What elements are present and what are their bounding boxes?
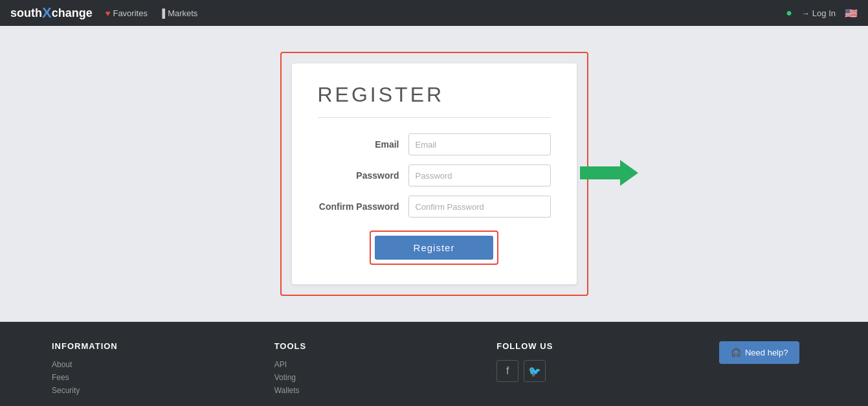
main-content: REGISTER Email Password Confirm Password <box>0 26 868 322</box>
bar-chart-icon: ▐ <box>159 8 165 18</box>
status-icon: ● <box>786 7 792 19</box>
email-label: Email <box>318 139 408 150</box>
fees-link[interactable]: Fees <box>52 373 149 382</box>
footer-tools: TOOLS API Voting Wallets <box>274 341 372 399</box>
nav-right: ● → Log In 🇺🇸 <box>786 7 858 19</box>
facebook-link[interactable]: f <box>496 360 518 382</box>
password-group: Password <box>318 164 551 186</box>
need-help-label: Need help? <box>745 348 788 357</box>
password-label: Password <box>318 170 408 181</box>
confirm-password-label: Confirm Password <box>318 201 408 212</box>
footer: INFORMATION About Fees Security TOOLS AP… <box>0 322 868 406</box>
email-group: Email <box>318 133 551 155</box>
tools-heading: TOOLS <box>274 341 372 351</box>
voting-link[interactable]: Voting <box>274 373 372 382</box>
need-help-button[interactable]: 🎧 Need help? <box>719 341 800 364</box>
register-card: REGISTER Email Password Confirm Password <box>292 63 577 284</box>
confirm-password-input[interactable] <box>408 196 551 218</box>
footer-content: INFORMATION About Fees Security TOOLS AP… <box>52 341 816 399</box>
facebook-icon: f <box>506 365 509 377</box>
footer-follow: FOLLOW US f 🐦 <box>496 341 594 382</box>
footer-information: INFORMATION About Fees Security <box>52 341 149 399</box>
about-link[interactable]: About <box>52 360 149 369</box>
heart-icon: ♥ <box>106 8 111 18</box>
svg-marker-0 <box>580 160 638 186</box>
btn-highlight-box: Register <box>370 231 499 265</box>
follow-us-heading: FOLLOW US <box>496 341 594 351</box>
login-link[interactable]: → Log In <box>801 8 836 18</box>
markets-label: Markets <box>168 8 197 18</box>
password-input[interactable] <box>408 164 551 186</box>
twitter-icon: 🐦 <box>528 365 541 378</box>
brand-x-text: X <box>42 5 52 21</box>
email-input[interactable] <box>408 133 551 155</box>
register-title: REGISTER <box>318 83 551 107</box>
information-heading: INFORMATION <box>52 341 149 351</box>
register-card-wrapper: REGISTER Email Password Confirm Password <box>292 63 577 284</box>
footer-help: 🎧 Need help? <box>719 341 816 364</box>
login-label: Log In <box>812 8 836 18</box>
favorites-label: Favorites <box>113 8 147 18</box>
markets-link[interactable]: ▐ Markets <box>159 8 197 18</box>
register-button[interactable]: Register <box>375 236 494 260</box>
brand-south-text: south <box>10 6 42 20</box>
headset-icon: 🎧 <box>731 348 741 357</box>
language-flag[interactable]: 🇺🇸 <box>845 7 858 19</box>
login-arrow-icon: → <box>801 8 810 18</box>
highlight-box: REGISTER Email Password Confirm Password <box>280 52 588 296</box>
social-icons: f 🐦 <box>496 360 594 382</box>
confirm-password-group: Confirm Password <box>318 196 551 218</box>
twitter-link[interactable]: 🐦 <box>524 360 546 382</box>
wallets-link[interactable]: Wallets <box>274 386 372 395</box>
register-btn-row: Register <box>318 231 551 265</box>
favorites-link[interactable]: ♥ Favorites <box>106 8 148 18</box>
security-link[interactable]: Security <box>52 386 149 395</box>
api-link[interactable]: API <box>274 360 372 369</box>
navbar: southXchange ♥ Favorites ▐ Markets ● → L… <box>0 0 868 26</box>
brand-change-text: change <box>52 6 93 20</box>
divider <box>318 117 551 118</box>
brand-logo[interactable]: southXchange <box>10 5 93 21</box>
nav-links: ♥ Favorites ▐ Markets <box>106 8 786 18</box>
green-arrow <box>580 160 638 188</box>
